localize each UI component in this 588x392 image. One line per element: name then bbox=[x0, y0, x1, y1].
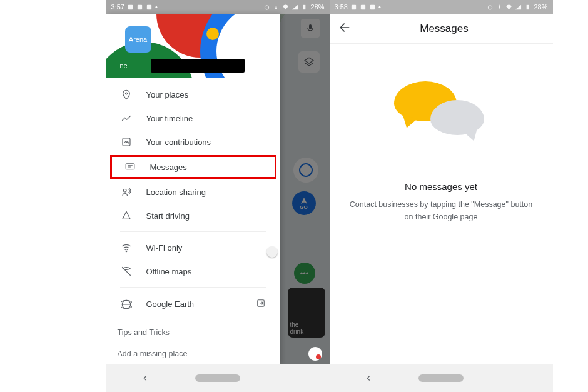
drawer-menu: Your places Your timeline Your contribut… bbox=[106, 78, 280, 322]
status-icon bbox=[369, 4, 376, 11]
drawer-tips[interactable]: Tips and Tricks bbox=[106, 322, 280, 343]
menu-offline-maps[interactable]: Offline maps bbox=[106, 259, 280, 283]
back-button[interactable] bbox=[364, 374, 373, 383]
status-time: 3:57 bbox=[111, 3, 124, 11]
menu-label: Offline maps bbox=[146, 267, 192, 276]
svg-rect-2 bbox=[147, 4, 151, 9]
svg-rect-15 bbox=[370, 4, 375, 9]
battery-icon bbox=[301, 4, 308, 11]
notification-badge[interactable] bbox=[308, 347, 322, 361]
menu-label: Messages bbox=[150, 163, 187, 172]
svg-point-16 bbox=[489, 5, 492, 9]
status-time: 3:58 bbox=[335, 3, 348, 11]
empty-subtitle: Contact businesses by tapping the "Messa… bbox=[350, 198, 532, 223]
bubble-grey-icon bbox=[430, 100, 484, 135]
wifi-icon bbox=[282, 4, 289, 11]
status-icon bbox=[350, 4, 357, 11]
status-icon bbox=[146, 4, 153, 11]
menu-start-driving[interactable]: Start driving bbox=[106, 204, 280, 228]
caret-down-icon: ▼ bbox=[268, 63, 274, 69]
menu-wifi-only[interactable]: Wi-Fi only bbox=[106, 236, 280, 259]
account-name-redacted bbox=[151, 59, 245, 73]
status-icon bbox=[127, 4, 134, 11]
messages-header: Messages bbox=[330, 14, 553, 44]
navigation-drawer: Arena ne ▼ Your places Your timeline bbox=[106, 14, 280, 364]
screenshot-left: 3:57 • 28% GO bbox=[106, 0, 330, 392]
status-dot: • bbox=[378, 3, 381, 11]
alarm-icon bbox=[487, 4, 494, 11]
messages-icon bbox=[124, 161, 136, 173]
location-icon bbox=[496, 4, 503, 11]
status-bar: 3:57 • 28% bbox=[106, 0, 330, 14]
status-icon bbox=[136, 4, 143, 11]
menu-messages[interactable]: Messages bbox=[110, 155, 276, 179]
wifi-icon bbox=[120, 242, 133, 253]
location-sharing-icon bbox=[120, 186, 133, 198]
svg-rect-1 bbox=[138, 4, 142, 9]
empty-title: No messages yet bbox=[405, 181, 477, 192]
screenshot-right: 3:58 • 28% Messages bbox=[330, 0, 553, 392]
empty-line: on their Google page bbox=[405, 213, 478, 221]
home-pill[interactable] bbox=[418, 374, 464, 382]
signal-icon bbox=[291, 4, 298, 11]
menu-location-sharing[interactable]: Location sharing bbox=[106, 180, 280, 204]
page-title: Messages bbox=[345, 23, 544, 35]
status-icon bbox=[360, 4, 367, 11]
offline-icon bbox=[120, 266, 133, 277]
timeline-icon bbox=[120, 113, 133, 124]
system-nav-bar bbox=[330, 364, 553, 392]
signal-icon bbox=[515, 4, 522, 11]
status-bar: 3:58 • 28% bbox=[330, 0, 553, 14]
chat-bubbles-illustration bbox=[394, 81, 488, 150]
status-dot: • bbox=[155, 3, 158, 11]
wifi-icon bbox=[505, 4, 512, 11]
alarm-icon bbox=[263, 4, 270, 11]
account-prefix: ne bbox=[120, 62, 128, 69]
messages-empty-state: No messages yet Contact businesses by ta… bbox=[330, 44, 553, 364]
empty-line: Contact businesses by tapping the "Messa… bbox=[350, 200, 532, 209]
svg-rect-14 bbox=[361, 4, 365, 9]
back-button[interactable] bbox=[141, 374, 150, 383]
pin-icon bbox=[120, 89, 133, 100]
menu-your-places[interactable]: Your places bbox=[106, 83, 280, 106]
account-row[interactable]: ne ▼ bbox=[120, 58, 274, 74]
svg-point-3 bbox=[265, 5, 269, 9]
svg-rect-13 bbox=[352, 4, 356, 9]
menu-label: Your places bbox=[146, 90, 188, 99]
divider bbox=[120, 231, 266, 232]
menu-your-timeline[interactable]: Your timeline bbox=[106, 106, 280, 130]
battery-icon bbox=[524, 4, 531, 11]
menu-label: Location sharing bbox=[146, 188, 206, 197]
svg-rect-4 bbox=[303, 4, 306, 9]
battery-percent: 28% bbox=[534, 3, 547, 11]
home-pill[interactable] bbox=[195, 374, 240, 382]
driving-icon bbox=[120, 210, 133, 221]
svg-point-10 bbox=[126, 251, 127, 252]
earth-icon bbox=[120, 299, 133, 310]
menu-label: Google Earth bbox=[146, 299, 195, 309]
footer-label: Tips and Tricks bbox=[118, 328, 170, 337]
menu-your-contributions[interactable]: Your contributions bbox=[106, 130, 280, 154]
menu-google-earth[interactable]: Google Earth bbox=[106, 291, 280, 317]
open-external-icon bbox=[255, 298, 266, 311]
svg-rect-8 bbox=[126, 164, 134, 169]
divider bbox=[120, 287, 266, 288]
menu-label: Your timeline bbox=[146, 114, 193, 123]
footer-label: Add a missing place bbox=[118, 349, 188, 358]
menu-label: Wi-Fi only bbox=[146, 243, 183, 253]
location-icon bbox=[273, 4, 280, 11]
menu-label: Start driving bbox=[146, 211, 190, 221]
battery-percent: 28% bbox=[310, 3, 324, 11]
system-nav-bar bbox=[106, 364, 330, 392]
svg-point-9 bbox=[123, 189, 126, 193]
app-badge-label: Arena bbox=[129, 36, 147, 43]
app-badge: Arena bbox=[125, 26, 151, 53]
menu-label: Your contributions bbox=[146, 138, 211, 147]
drawer-header[interactable]: Arena ne ▼ bbox=[106, 14, 280, 78]
svg-rect-0 bbox=[128, 4, 133, 9]
drawer-add-place[interactable]: Add a missing place bbox=[106, 343, 280, 364]
svg-rect-17 bbox=[527, 4, 529, 9]
svg-point-6 bbox=[125, 93, 127, 94]
contributions-icon bbox=[120, 136, 133, 148]
